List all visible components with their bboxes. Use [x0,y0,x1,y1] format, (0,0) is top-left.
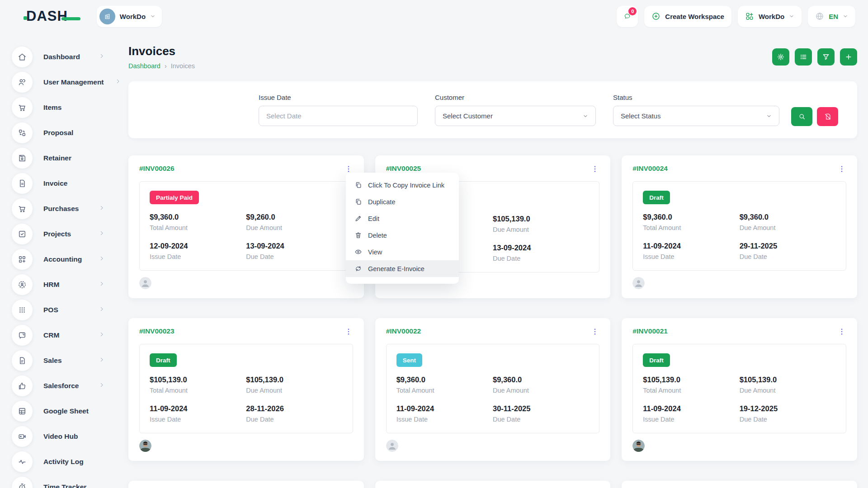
invoice-summary-box: Draft $105,139.0Total Amount $105,139.0D… [139,344,353,433]
stopwatch-icon [12,477,33,488]
due-date-value: 30-11-2025 [493,404,589,413]
invoice-number-link[interactable]: #INV00026 [139,164,175,173]
issue-date-value: 11-09-2024 [396,404,493,413]
app-logo: DASH [26,8,68,24]
kebab-menu-icon[interactable] [837,164,846,174]
chevron-right-icon [99,331,105,339]
video-camera-icon [12,426,33,447]
sidebar-item-retainer[interactable]: Retainer [12,145,105,171]
sidebar-item-activity-log[interactable]: Activity Log [12,449,105,474]
filter-button[interactable] [817,48,835,66]
kebab-menu-icon[interactable] [837,327,846,336]
sidebar-item-sales[interactable]: Sales [12,348,105,373]
issue-date-value: 11-09-2024 [150,404,246,413]
kebab-menu-icon[interactable] [590,164,599,174]
top-header: DASH WorkDo 0 Create Workspace WorkDo EN [0,0,868,33]
due-amount-value: $9,360.0 [493,375,589,385]
sidebar-item-accounting[interactable]: Accounting [12,247,105,272]
invoice-number-link[interactable]: #INV00021 [632,327,668,335]
grid-plus-icon [745,12,754,21]
settings-button[interactable] [772,48,789,66]
chevron-right-icon [99,306,105,314]
sidebar-item-user-management[interactable]: User Management [12,70,105,95]
due-date-value: 13-09-2024 [246,242,342,251]
invoice-context-menu: Click To Copy Invoice Link Duplicate Edi… [346,173,459,284]
menu-item-edit[interactable]: Edit [346,210,459,227]
clear-filter-icon [824,113,832,121]
pencil-icon [354,215,362,222]
chevron-down-icon [583,113,588,119]
issue-date-input[interactable] [266,112,410,120]
menu-item-generate-e-invoice[interactable]: Generate E-Invoice [346,260,459,277]
file-icon [12,350,33,371]
kebab-menu-icon[interactable] [590,327,599,336]
messages-count-badge: 0 [628,7,637,15]
sidebar-item-invoice[interactable]: Invoice [12,171,105,196]
language-selector[interactable]: EN [808,6,855,27]
breadcrumb-dashboard-link[interactable]: Dashboard [128,62,160,70]
add-invoice-button[interactable] [840,48,857,66]
menu-item-delete[interactable]: Delete [346,227,459,244]
status-badge: Sent [396,353,422,367]
sidebar-item-salesforce[interactable]: Salesforce [12,373,105,399]
menu-item-view[interactable]: View [346,244,459,260]
sidebar-item-purchases[interactable]: Purchases [12,196,105,221]
messages-button[interactable]: 0 [617,6,638,27]
chevron-right-icon [99,255,105,263]
chevron-right-icon [99,230,105,238]
customer-avatar-photo [632,440,645,452]
workspace-selector[interactable]: WorkDo [97,6,162,27]
filter-panel: Issue Date Customer Select Customer Stat… [128,81,857,138]
reset-filter-button[interactable] [817,107,838,126]
chevron-down-icon [150,14,156,19]
workspace-switcher[interactable]: WorkDo [738,6,802,27]
sidebar-item-projects[interactable]: Projects [12,221,105,247]
breadcrumb: Dashboard › Invoices [128,62,195,70]
workspace-switcher-label: WorkDo [759,13,784,20]
list-view-button[interactable] [795,48,812,66]
chevron-right-icon [99,357,105,365]
kebab-menu-icon[interactable] [344,327,353,336]
sidebar-item-crm[interactable]: CRM [12,323,105,348]
invoice-number-link[interactable]: #INV00023 [139,327,175,335]
due-date-value: 29-11-2025 [740,242,836,251]
sidebar-item-video-hub[interactable]: Video Hub [12,424,105,449]
sync-icon [354,265,362,272]
invoice-number-link[interactable]: #INV00025 [386,164,421,173]
create-workspace-button[interactable]: Create Workspace [644,6,731,27]
dots-grid-icon [12,300,33,320]
sidebar-item-time-tracker[interactable]: Time Tracker [12,474,105,488]
issue-date-value: 11-09-2024 [643,404,739,413]
funnel-icon [822,53,830,61]
activity-pulse-icon [12,451,33,472]
apply-filter-button[interactable] [791,107,812,126]
chevron-right-icon [99,382,105,390]
logo-green-dot [24,16,27,20]
invoice-card: #INV00019 [375,481,611,488]
due-date-value: 19-12-2025 [740,404,836,413]
total-amount-value: $9,360.0 [643,213,739,222]
invoice-card: #INV00023 Draft $105,139.0Total Amount $… [128,318,364,461]
chevron-right-icon [99,205,105,213]
menu-item-duplicate[interactable]: Duplicate [346,193,459,210]
due-date-value: 13-09-2024 [493,244,589,253]
sidebar-item-items[interactable]: Items [12,95,105,120]
sidebar-item-hrm[interactable]: HRM [12,272,105,297]
kebab-menu-icon[interactable] [344,164,353,174]
logo-text: DASH [26,8,68,24]
sidebar-item-proposal[interactable]: Proposal [12,120,105,145]
invoice-card: #INV00024 Draft $9,360.0Total Amount $9,… [622,155,857,298]
invoice-card: #INV00022 Sent $9,360.0Total Amount $9,3… [375,318,611,461]
customer-avatar-photo [139,440,151,452]
sidebar-item-google-sheet[interactable]: Google Sheet [12,399,105,424]
customer-select[interactable]: Select Customer [435,106,596,126]
copy-icon [354,181,362,189]
home-icon [12,47,33,67]
chevron-right-icon [99,53,105,61]
sidebar-item-pos[interactable]: POS [12,297,105,323]
sidebar-item-dashboard[interactable]: Dashboard [12,44,105,70]
status-select[interactable]: Select Status [613,106,779,126]
menu-item-copy-link[interactable]: Click To Copy Invoice Link [346,177,459,193]
invoice-number-link[interactable]: #INV00024 [632,164,668,173]
invoice-number-link[interactable]: #INV00022 [386,327,421,335]
